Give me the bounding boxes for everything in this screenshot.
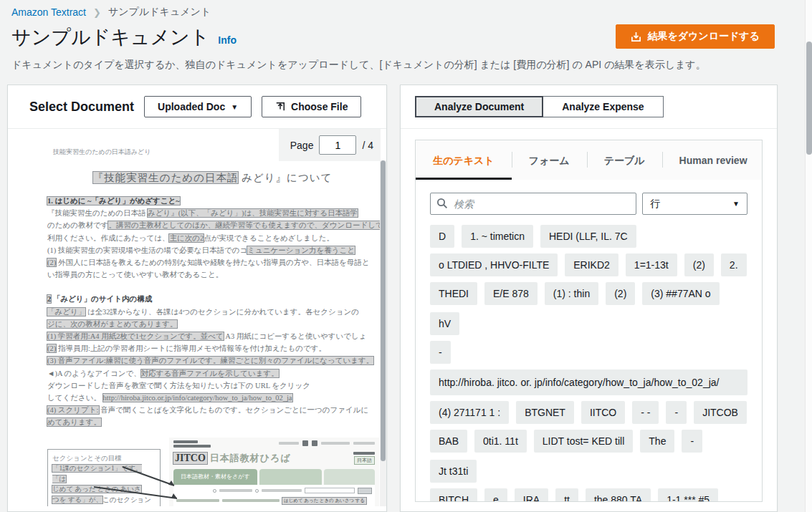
text-chip[interactable]: tt xyxy=(555,488,578,502)
site-nav-tab xyxy=(259,469,322,485)
search-icon xyxy=(436,198,448,209)
text-chip[interactable]: - xyxy=(666,401,687,424)
text-chip[interactable]: ERIKD2 xyxy=(565,253,618,276)
text-chip[interactable]: 2. xyxy=(721,253,747,276)
document-scrollbar-thumb[interactable] xyxy=(381,160,386,461)
text-chip[interactable]: IITCO xyxy=(581,401,625,424)
text-chip[interactable]: the 880 TA xyxy=(586,488,651,502)
detected-text-chips: D1. ~ timeticnHEDI (LLF, IL. 7Co LTDIED … xyxy=(430,225,747,502)
plain-text: してください。 xyxy=(47,394,103,402)
highlighted-text: めてあります。 xyxy=(47,418,101,426)
text-chip[interactable]: (2) xyxy=(684,253,714,276)
upload-icon xyxy=(275,102,285,112)
text-chip[interactable]: e xyxy=(484,488,507,502)
text-chip[interactable]: o LTDIED , HHVO-FILTE xyxy=(430,253,558,276)
highlighted-text: じめて あった ときの あいさ xyxy=(52,486,141,493)
text-chip[interactable]: D xyxy=(430,225,454,248)
text-chip[interactable]: - - xyxy=(632,401,659,424)
mode-tab-analyze-document[interactable]: Analyze Document xyxy=(415,96,543,117)
text-chip[interactable]: 1=1-13t xyxy=(626,253,677,276)
text-chip[interactable]: hV xyxy=(430,312,459,335)
page-scrollbar-thumb[interactable] xyxy=(806,42,812,155)
site-decor-bar xyxy=(219,489,252,492)
site-decor-icon xyxy=(312,440,317,446)
site-decor-bar xyxy=(176,499,219,502)
site-highlight-chip: はじめて あった ときの あいさつ する xyxy=(282,498,366,504)
breadcrumb-root-link[interactable]: Amazon Textract xyxy=(11,6,86,18)
text-chip[interactable]: THEDI xyxy=(430,282,477,305)
text-chip[interactable]: 1-1 *** #5 xyxy=(658,488,718,502)
text-chip[interactable]: BITCH xyxy=(430,488,477,502)
plain-text: 指導員用:上記の学習者用シートに指導用メモや情報等を付け加えたものです。 xyxy=(56,344,326,352)
site-decor-bar xyxy=(262,489,302,492)
result-tab-3[interactable]: Human review xyxy=(662,140,763,180)
text-chip[interactable]: (3) ##77AN o xyxy=(642,282,719,305)
document-line: (4) スクリプト: 音声で聞くことばを文字化したものです。セクションごとに一つ… xyxy=(47,404,378,416)
document-line: (1) 学習者用:A4 用紙2枚で1セクションです。並べて A3 用紙にコピーす… xyxy=(47,330,378,342)
document-callout-box: セクションとその目標 「1課のセクション1」です。「はじめて あった ときの あ… xyxy=(47,449,161,506)
text-chip[interactable]: - xyxy=(682,430,702,453)
document-line: ダウンロードした音声を教室で聞く方法を知りたい方は下の URL をクリック xyxy=(47,380,378,392)
text-chip[interactable]: JITCOB xyxy=(694,401,747,424)
chip-row: (4) 271171 1 :BTGNETIITCO- --JITCOB xyxy=(430,401,747,424)
document-line xyxy=(47,281,378,293)
highlighted-text: 対応する音声ファイルを示しています。 xyxy=(141,369,279,377)
result-tab-1[interactable]: フォーム xyxy=(512,140,587,180)
search-input[interactable] xyxy=(430,193,636,215)
callout-title: セクションとその目標 xyxy=(52,453,156,464)
text-chip[interactable]: HEDI (LLF, IL. 7C xyxy=(540,225,636,248)
document-title: 『技能実習生のための日本語 みどり』について xyxy=(47,171,378,185)
plain-text: (1) 技能実習生の実習現場や生活の場で必要な日本語でのコ xyxy=(47,246,247,254)
site-decor-bar xyxy=(173,445,211,448)
text-chip[interactable]: 0ti1. 11t xyxy=(474,430,527,453)
choose-file-button[interactable]: Choose File xyxy=(262,96,361,117)
website-screenshot: JITCO 日本語教材ひろば 日本語 日本語教材・素材をさがす xyxy=(169,438,379,506)
chip-row: BAB0ti1. 11tLIDT tost= KED tillThe-Jt t3… xyxy=(430,430,747,483)
page-scrollbar[interactable] xyxy=(805,0,812,512)
text-chip[interactable]: (4) 271171 1 : xyxy=(430,401,509,424)
document-line: (2) 外国人に日本語を教えるための特別な知識や経験を持たない指導員の方や、日本… xyxy=(47,256,378,269)
mode-tab-analyze-expense[interactable]: Analyze Expense xyxy=(543,96,663,117)
breadcrumb-chevron-icon: ❯ xyxy=(93,7,101,18)
text-chip[interactable]: Jt t31ti xyxy=(430,460,477,483)
result-tab-0[interactable]: 生のテキスト xyxy=(416,140,512,180)
document-line: ジに、次の教材がまとめてあります。 xyxy=(47,318,378,330)
document-scrollbar[interactable] xyxy=(380,160,386,506)
plain-text: ダウンロードした音声を教室で聞く方法を知りたい方は下の URL をクリック xyxy=(47,382,310,390)
site-decor-bar xyxy=(222,499,280,502)
site-search-input xyxy=(305,488,355,493)
highlighted-text: (2) xyxy=(47,344,56,352)
page-number-input[interactable] xyxy=(319,135,356,155)
download-results-button[interactable]: 結果をダウンロードする xyxy=(616,24,775,49)
breadcrumb-current: サンプルドキュメント xyxy=(108,6,211,19)
text-chip[interactable]: 1. ~ timeticn xyxy=(462,225,533,248)
highlighted-text: 1. はじめに ~「みどり」がめざすこと~ xyxy=(47,197,180,205)
page-title-text: サンプルドキュメント xyxy=(11,24,209,50)
highlighted-text: 『技能実習生のための日本語 xyxy=(93,172,239,183)
highlighted-text: http://hiroba.jitco.or.jp/info/category/… xyxy=(103,394,292,402)
plain-text: い指導員の方にとって使いやすい教材であること。 xyxy=(47,271,223,279)
uploaded-doc-dropdown[interactable]: Uploaded Doc ▼ xyxy=(144,96,252,117)
text-chip[interactable]: BTGNET xyxy=(516,401,574,424)
text-chip[interactable]: (1) : thin xyxy=(545,282,598,305)
highlighted-text: 「みどり」 xyxy=(47,308,85,316)
results-panel: Analyze DocumentAnalyze Expense 生のテキストフォ… xyxy=(400,84,778,512)
choose-file-label: Choose File xyxy=(291,101,348,112)
site-decor-bar xyxy=(321,442,350,445)
document-line: 「みどり」 は全32課からなり、各課は4つのセクションに分かれています。各セクシ… xyxy=(47,306,378,318)
text-chip[interactable]: LIDT tost= KED till xyxy=(534,430,634,453)
row-filter-select[interactable]: 行 ▼ xyxy=(642,193,747,215)
text-chip[interactable]: BAB xyxy=(430,430,467,453)
text-chip[interactable]: (2) xyxy=(606,282,635,305)
text-chip[interactable]: The xyxy=(640,430,674,453)
info-link[interactable]: Info xyxy=(218,34,237,46)
text-chip[interactable]: E/E 878 xyxy=(484,282,538,305)
download-results-label: 結果をダウンロードする xyxy=(647,30,760,43)
text-chip[interactable]: - xyxy=(430,341,451,364)
text-chip[interactable]: http://hiroba. jitco. or. jp/info/catego… xyxy=(430,369,747,395)
chip-row: BITCHeIRAttthe 880 TA1-1 *** #5MENU xyxy=(430,488,747,502)
page-control: Page / 4 xyxy=(279,129,381,161)
result-tab-2[interactable]: テーブル xyxy=(587,140,662,180)
text-chip[interactable]: IRA xyxy=(515,488,548,502)
highlighted-text: ミュニケーション力を養うこと xyxy=(247,246,355,254)
